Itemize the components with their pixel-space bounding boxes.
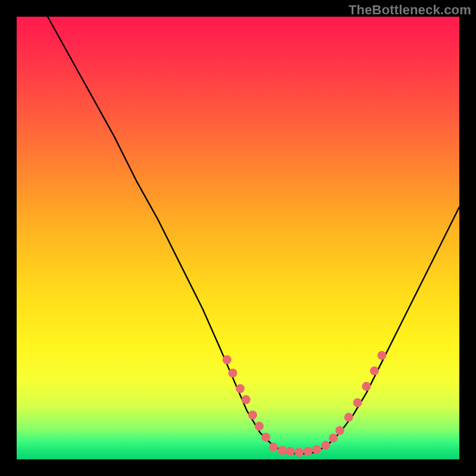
data-point bbox=[286, 447, 295, 456]
data-point bbox=[362, 382, 371, 391]
data-point bbox=[370, 367, 379, 375]
data-point bbox=[278, 446, 287, 455]
data-point bbox=[377, 351, 386, 360]
data-point bbox=[269, 443, 278, 452]
data-point bbox=[336, 426, 345, 435]
data-point bbox=[248, 411, 257, 419]
curve-path bbox=[48, 17, 459, 454]
data-points bbox=[223, 351, 386, 457]
data-point bbox=[223, 355, 231, 364]
chart-frame: TheBottleneck.com bbox=[0, 0, 476, 476]
data-point bbox=[329, 434, 338, 443]
data-point bbox=[353, 398, 362, 407]
data-point bbox=[261, 433, 270, 441]
data-point bbox=[228, 368, 237, 377]
data-point bbox=[345, 413, 353, 422]
data-point bbox=[303, 447, 312, 456]
data-point bbox=[312, 445, 321, 454]
data-point bbox=[321, 441, 330, 450]
data-point bbox=[295, 448, 303, 457]
chart-overlay bbox=[0, 0, 476, 476]
data-point bbox=[255, 422, 264, 431]
watermark: TheBottleneck.com bbox=[349, 2, 471, 18]
data-point bbox=[236, 384, 245, 393]
data-point bbox=[242, 395, 250, 404]
bottleneck-curve bbox=[48, 17, 459, 454]
